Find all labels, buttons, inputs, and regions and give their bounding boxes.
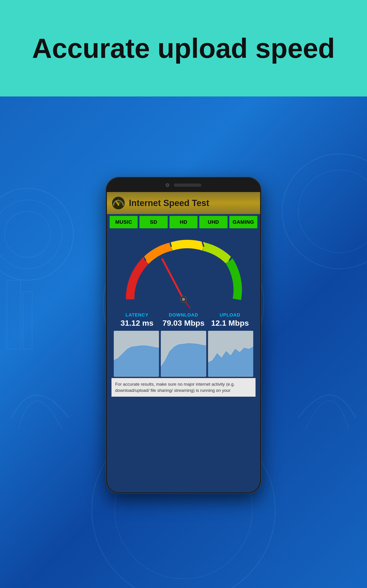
download-stat: DOWNLOAD 79.03 Mbps <box>160 311 207 329</box>
download-label: DOWNLOAD <box>161 312 206 318</box>
tab-sd[interactable]: SD <box>140 216 167 228</box>
charts-row <box>111 329 256 378</box>
category-tabs-bar: MUSIC SD HD UHD GAMING <box>107 214 260 230</box>
app-logo-icon: Mbps <box>111 196 125 210</box>
speedometer-area: LATENCY 31.12 ms DOWNLOAD 79.03 Mbps UPL… <box>107 230 260 493</box>
download-chart <box>161 331 206 377</box>
svg-rect-10 <box>23 292 32 349</box>
svg-point-3 <box>282 154 367 269</box>
upload-chart <box>208 331 253 377</box>
speedometer-gauge-icon <box>117 235 250 308</box>
svg-point-27 <box>182 298 185 301</box>
upload-label: UPLOAD <box>208 312 252 318</box>
latency-chart-icon <box>114 331 159 377</box>
download-value: 79.03 Mbps <box>161 319 206 328</box>
svg-line-24 <box>162 259 184 300</box>
app-title: Internet Speed Test <box>129 198 209 208</box>
download-chart-icon <box>161 331 206 377</box>
app-screen: Mbps Internet Speed Test MUSIC SD HD UHD… <box>107 192 260 493</box>
latency-label: LATENCY <box>115 312 159 318</box>
camera-icon <box>166 183 169 187</box>
app-header: Mbps Internet Speed Test <box>107 192 260 214</box>
speaker-icon <box>174 183 201 187</box>
tab-gaming[interactable]: GAMING <box>229 216 257 228</box>
stats-row: LATENCY 31.12 ms DOWNLOAD 79.03 Mbps UPL… <box>111 311 256 329</box>
tab-hd[interactable]: HD <box>169 216 198 228</box>
svg-point-0 <box>0 188 73 280</box>
svg-point-2 <box>5 211 50 257</box>
latency-stat: LATENCY 31.12 ms <box>114 311 160 329</box>
tab-uhd[interactable]: UHD <box>199 216 227 228</box>
upload-stat: UPLOAD 12.1 Mbps <box>207 311 253 329</box>
svg-text:Mbps: Mbps <box>116 202 120 204</box>
bottom-section: Mbps Internet Speed Test MUSIC SD HD UHD… <box>0 96 367 588</box>
upload-chart-icon <box>208 331 253 377</box>
latency-value: 31.12 ms <box>115 319 159 328</box>
phone-top-bar <box>107 178 260 192</box>
latency-chart <box>114 331 159 377</box>
headline-text: Accurate upload speed <box>32 33 335 63</box>
top-banner: Accurate upload speed <box>0 0 367 96</box>
footer-text: For accurate results, make sure no major… <box>111 378 256 397</box>
svg-point-1 <box>0 200 62 269</box>
phone-mockup: Mbps Internet Speed Test MUSIC SD HD UHD… <box>106 177 261 494</box>
upload-value: 12.1 Mbps <box>208 319 252 328</box>
svg-point-15 <box>118 204 119 206</box>
svg-rect-9 <box>7 280 21 349</box>
tab-music[interactable]: MUSIC <box>110 216 138 228</box>
phone-frame: Mbps Internet Speed Test MUSIC SD HD UHD… <box>106 177 261 494</box>
phone-screen: Mbps Internet Speed Test MUSIC SD HD UHD… <box>107 178 260 493</box>
svg-point-4 <box>298 170 367 253</box>
